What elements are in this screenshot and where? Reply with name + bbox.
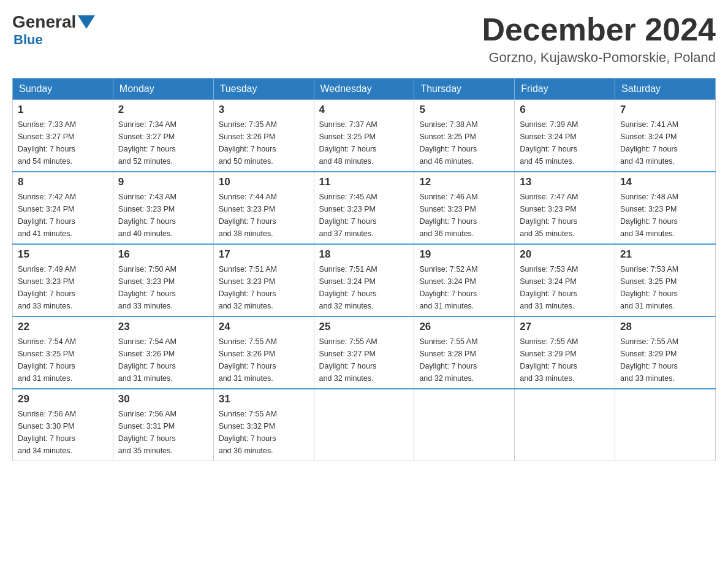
- weekday-header-saturday: Saturday: [615, 79, 716, 100]
- calendar-cell: [314, 389, 414, 461]
- weekday-header-friday: Friday: [515, 79, 615, 100]
- day-info: Sunrise: 7:54 AMSunset: 3:26 PMDaylight:…: [118, 335, 208, 385]
- day-info: Sunrise: 7:33 AMSunset: 3:27 PMDaylight:…: [18, 118, 108, 167]
- day-info: Sunrise: 7:44 AMSunset: 3:23 PMDaylight:…: [219, 191, 309, 240]
- day-info: Sunrise: 7:51 AMSunset: 3:24 PMDaylight:…: [319, 263, 409, 312]
- calendar-week-row: 1Sunrise: 7:33 AMSunset: 3:27 PMDaylight…: [13, 100, 716, 172]
- calendar-cell: 7Sunrise: 7:41 AMSunset: 3:24 PMDaylight…: [615, 100, 716, 172]
- day-info: Sunrise: 7:55 AMSunset: 3:26 PMDaylight:…: [219, 335, 309, 385]
- calendar-header-row: SundayMondayTuesdayWednesdayThursdayFrid…: [13, 79, 716, 100]
- calendar-cell: 27Sunrise: 7:55 AMSunset: 3:29 PMDayligh…: [515, 316, 615, 389]
- day-number: 5: [419, 104, 509, 116]
- day-number: 21: [620, 248, 710, 261]
- weekday-header-thursday: Thursday: [414, 79, 515, 100]
- logo: General Blue: [12, 12, 95, 48]
- day-number: 17: [219, 248, 309, 261]
- day-number: 14: [620, 176, 710, 188]
- day-info: Sunrise: 7:55 AMSunset: 3:29 PMDaylight:…: [620, 335, 710, 385]
- day-info: Sunrise: 7:49 AMSunset: 3:23 PMDaylight:…: [18, 263, 108, 312]
- location-subtitle: Gorzno, Kujawsko-Pomorskie, Poland: [482, 50, 716, 66]
- calendar-cell: 26Sunrise: 7:55 AMSunset: 3:28 PMDayligh…: [414, 316, 515, 389]
- calendar-cell: 2Sunrise: 7:34 AMSunset: 3:27 PMDaylight…: [113, 100, 213, 172]
- logo-text-blue: Blue: [13, 32, 43, 47]
- day-info: Sunrise: 7:52 AMSunset: 3:24 PMDaylight:…: [419, 263, 509, 312]
- calendar-week-row: 29Sunrise: 7:56 AMSunset: 3:30 PMDayligh…: [13, 389, 716, 461]
- calendar-cell: 17Sunrise: 7:51 AMSunset: 3:23 PMDayligh…: [213, 244, 314, 316]
- calendar-cell: 11Sunrise: 7:45 AMSunset: 3:23 PMDayligh…: [314, 172, 414, 244]
- day-number: 31: [219, 393, 309, 405]
- day-number: 18: [319, 248, 409, 261]
- calendar-cell: 14Sunrise: 7:48 AMSunset: 3:23 PMDayligh…: [615, 172, 716, 244]
- day-info: Sunrise: 7:41 AMSunset: 3:24 PMDaylight:…: [620, 118, 710, 167]
- day-info: Sunrise: 7:53 AMSunset: 3:25 PMDaylight:…: [620, 263, 710, 312]
- day-info: Sunrise: 7:55 AMSunset: 3:29 PMDaylight:…: [520, 335, 610, 385]
- day-number: 15: [18, 248, 108, 261]
- day-info: Sunrise: 7:56 AMSunset: 3:31 PMDaylight:…: [118, 408, 208, 457]
- day-info: Sunrise: 7:39 AMSunset: 3:24 PMDaylight:…: [520, 118, 610, 167]
- day-number: 16: [118, 248, 208, 261]
- day-number: 11: [319, 176, 409, 188]
- calendar-cell: [515, 389, 615, 461]
- day-number: 19: [419, 248, 509, 261]
- day-info: Sunrise: 7:47 AMSunset: 3:23 PMDaylight:…: [520, 191, 610, 240]
- day-info: Sunrise: 7:50 AMSunset: 3:23 PMDaylight:…: [118, 263, 208, 312]
- logo-arrow-icon: [78, 15, 95, 29]
- calendar-cell: 1Sunrise: 7:33 AMSunset: 3:27 PMDaylight…: [13, 100, 113, 172]
- calendar-cell: [615, 389, 716, 461]
- day-info: Sunrise: 7:53 AMSunset: 3:24 PMDaylight:…: [520, 263, 610, 312]
- calendar-cell: 8Sunrise: 7:42 AMSunset: 3:24 PMDaylight…: [13, 172, 113, 244]
- calendar-cell: 22Sunrise: 7:54 AMSunset: 3:25 PMDayligh…: [13, 316, 113, 389]
- weekday-header-monday: Monday: [113, 79, 213, 100]
- calendar-cell: 20Sunrise: 7:53 AMSunset: 3:24 PMDayligh…: [515, 244, 615, 316]
- weekday-header-tuesday: Tuesday: [213, 79, 314, 100]
- day-info: Sunrise: 7:54 AMSunset: 3:25 PMDaylight:…: [18, 335, 108, 385]
- day-number: 9: [118, 176, 208, 188]
- calendar-cell: 3Sunrise: 7:35 AMSunset: 3:26 PMDaylight…: [213, 100, 314, 172]
- day-info: Sunrise: 7:45 AMSunset: 3:23 PMDaylight:…: [319, 191, 409, 240]
- calendar-cell: 25Sunrise: 7:55 AMSunset: 3:27 PMDayligh…: [314, 316, 414, 389]
- day-number: 23: [118, 321, 208, 333]
- day-info: Sunrise: 7:34 AMSunset: 3:27 PMDaylight:…: [118, 118, 208, 167]
- calendar-cell: 19Sunrise: 7:52 AMSunset: 3:24 PMDayligh…: [414, 244, 515, 316]
- day-number: 29: [18, 393, 108, 405]
- calendar-cell: 31Sunrise: 7:55 AMSunset: 3:32 PMDayligh…: [213, 389, 314, 461]
- day-info: Sunrise: 7:55 AMSunset: 3:32 PMDaylight:…: [219, 408, 309, 457]
- calendar-week-row: 8Sunrise: 7:42 AMSunset: 3:24 PMDaylight…: [13, 172, 716, 244]
- day-number: 30: [118, 393, 208, 405]
- page-header: General Blue December 2024 Gorzno, Kujaw…: [12, 12, 716, 66]
- day-number: 26: [419, 321, 509, 333]
- day-number: 4: [319, 104, 409, 116]
- calendar-cell: 12Sunrise: 7:46 AMSunset: 3:23 PMDayligh…: [414, 172, 515, 244]
- calendar-week-row: 22Sunrise: 7:54 AMSunset: 3:25 PMDayligh…: [13, 316, 716, 389]
- day-number: 22: [18, 321, 108, 333]
- calendar-cell: 10Sunrise: 7:44 AMSunset: 3:23 PMDayligh…: [213, 172, 314, 244]
- day-number: 24: [219, 321, 309, 333]
- day-info: Sunrise: 7:42 AMSunset: 3:24 PMDaylight:…: [18, 191, 108, 240]
- day-info: Sunrise: 7:35 AMSunset: 3:26 PMDaylight:…: [219, 118, 309, 167]
- calendar-cell: 9Sunrise: 7:43 AMSunset: 3:23 PMDaylight…: [113, 172, 213, 244]
- day-info: Sunrise: 7:56 AMSunset: 3:30 PMDaylight:…: [18, 408, 108, 457]
- calendar-cell: 6Sunrise: 7:39 AMSunset: 3:24 PMDaylight…: [515, 100, 615, 172]
- day-info: Sunrise: 7:55 AMSunset: 3:28 PMDaylight:…: [419, 335, 509, 385]
- calendar-cell: 15Sunrise: 7:49 AMSunset: 3:23 PMDayligh…: [13, 244, 113, 316]
- day-number: 28: [620, 321, 710, 333]
- calendar-cell: 18Sunrise: 7:51 AMSunset: 3:24 PMDayligh…: [314, 244, 414, 316]
- calendar-cell: 23Sunrise: 7:54 AMSunset: 3:26 PMDayligh…: [113, 316, 213, 389]
- day-info: Sunrise: 7:46 AMSunset: 3:23 PMDaylight:…: [419, 191, 509, 240]
- calendar-cell: 24Sunrise: 7:55 AMSunset: 3:26 PMDayligh…: [213, 316, 314, 389]
- day-number: 27: [520, 321, 610, 333]
- day-info: Sunrise: 7:43 AMSunset: 3:23 PMDaylight:…: [118, 191, 208, 240]
- day-info: Sunrise: 7:38 AMSunset: 3:25 PMDaylight:…: [419, 118, 509, 167]
- day-number: 6: [520, 104, 610, 116]
- day-info: Sunrise: 7:51 AMSunset: 3:23 PMDaylight:…: [219, 263, 309, 312]
- calendar-cell: 28Sunrise: 7:55 AMSunset: 3:29 PMDayligh…: [615, 316, 716, 389]
- day-number: 25: [319, 321, 409, 333]
- day-number: 3: [219, 104, 309, 116]
- day-number: 7: [620, 104, 710, 116]
- calendar-cell: 5Sunrise: 7:38 AMSunset: 3:25 PMDaylight…: [414, 100, 515, 172]
- calendar-cell: 21Sunrise: 7:53 AMSunset: 3:25 PMDayligh…: [615, 244, 716, 316]
- day-number: 10: [219, 176, 309, 188]
- day-number: 8: [18, 176, 108, 188]
- day-info: Sunrise: 7:48 AMSunset: 3:23 PMDaylight:…: [620, 191, 710, 240]
- month-year-title: December 2024: [482, 12, 716, 47]
